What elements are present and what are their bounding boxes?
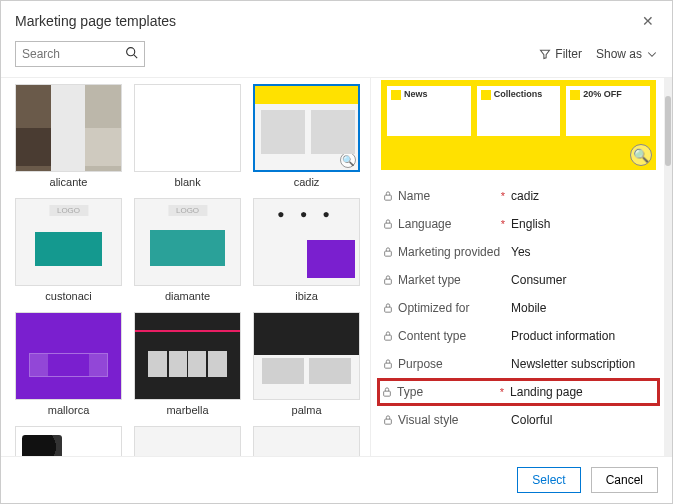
select-button[interactable]: Select (517, 467, 580, 493)
required-indicator: * (500, 386, 504, 398)
property-value: Consumer (511, 273, 654, 287)
template-label: blank (174, 176, 200, 188)
lock-icon (383, 414, 393, 426)
show-as-button[interactable]: Show as (596, 47, 658, 61)
template-thumb (134, 84, 241, 172)
details-panel: News Collections 20% OFF 🔍 Name*cadizLan… (370, 78, 672, 456)
template-card-mallorca[interactable]: mallorca (15, 312, 122, 416)
template-label: palma (292, 404, 322, 416)
scrollbar[interactable] (664, 78, 672, 456)
magnify-icon[interactable]: 🔍 (340, 152, 356, 168)
template-card-blank[interactable]: blank (134, 84, 241, 188)
property-row: Content typeProduct information (379, 322, 658, 350)
property-label: Market type (383, 273, 511, 287)
dialog-body: alicante blank 🔍 cadiz LOG (1, 77, 672, 456)
svg-line-1 (134, 55, 137, 58)
lock-icon (382, 386, 392, 398)
template-card-alicante[interactable]: alicante (15, 84, 122, 188)
property-label: Marketing provided (383, 245, 511, 259)
filter-icon (539, 48, 551, 60)
template-label: diamante (165, 290, 210, 302)
template-thumb (253, 312, 360, 400)
cancel-button[interactable]: Cancel (591, 467, 658, 493)
template-card-more[interactable] (253, 426, 360, 456)
template-card-palma[interactable]: palma (253, 312, 360, 416)
property-value: Newsletter subscription (511, 357, 654, 371)
template-picker-dialog: Marketing page templates ✕ Filter Show a… (0, 0, 673, 504)
dialog-header: Marketing page templates ✕ (1, 1, 672, 37)
property-row: Name*cadiz (379, 182, 658, 210)
lock-icon (383, 302, 393, 314)
template-grid: alicante blank 🔍 cadiz LOG (15, 84, 360, 456)
template-card-more[interactable] (134, 426, 241, 456)
dialog-footer: Select Cancel (1, 456, 672, 503)
template-preview: News Collections 20% OFF 🔍 (381, 80, 656, 170)
lock-icon (383, 218, 393, 230)
property-value: Product information (511, 329, 654, 343)
template-thumb (15, 84, 122, 172)
template-card-cadiz[interactable]: 🔍 cadiz (253, 84, 360, 188)
property-label: Type* (382, 385, 510, 399)
lock-icon (383, 330, 393, 342)
gallery-scroll[interactable]: alicante blank 🔍 cadiz LOG (1, 78, 364, 456)
svg-point-0 (127, 48, 135, 56)
template-card-custonaci[interactable]: LOGO custonaci (15, 198, 122, 302)
property-row: Optimized forMobile (379, 294, 658, 322)
search-box[interactable] (15, 41, 145, 67)
property-value: Mobile (511, 301, 654, 315)
template-thumb (134, 426, 241, 456)
template-card-diamante[interactable]: LOGO diamante (134, 198, 241, 302)
template-thumb (15, 426, 122, 456)
toolbar: Filter Show as (1, 37, 672, 77)
svg-rect-9 (384, 391, 391, 396)
logo-placeholder: LOGO (49, 205, 88, 216)
chevron-down-icon (646, 48, 658, 60)
template-thumb (253, 426, 360, 456)
preview-cards: News Collections 20% OFF (387, 86, 650, 136)
details-scroll[interactable]: News Collections 20% OFF 🔍 Name*cadizLan… (371, 78, 664, 456)
property-label: Visual style (383, 413, 511, 427)
template-card-ibiza[interactable]: ● ● ● ibiza (253, 198, 360, 302)
filter-label: Filter (555, 47, 582, 61)
property-label: Language* (383, 217, 511, 231)
property-label: Optimized for (383, 301, 511, 315)
svg-rect-3 (385, 223, 392, 228)
preview-card: 20% OFF (566, 86, 650, 136)
template-label: mallorca (48, 404, 90, 416)
show-as-label: Show as (596, 47, 642, 61)
search-input[interactable] (22, 47, 125, 61)
property-value: cadiz (511, 189, 654, 203)
svg-rect-10 (385, 419, 392, 424)
search-icon[interactable] (125, 46, 138, 62)
lock-icon (383, 358, 393, 370)
template-card-more[interactable] (15, 426, 122, 456)
dots-icon: ● ● ● (254, 207, 359, 221)
magnify-icon[interactable]: 🔍 (630, 144, 652, 166)
template-label: marbella (166, 404, 208, 416)
template-card-marbella[interactable]: marbella (134, 312, 241, 416)
svg-rect-5 (385, 279, 392, 284)
required-indicator: * (501, 218, 505, 230)
property-label: Purpose (383, 357, 511, 371)
template-gallery: alicante blank 🔍 cadiz LOG (1, 78, 370, 456)
svg-rect-2 (385, 195, 392, 200)
lock-icon (383, 274, 393, 286)
svg-rect-4 (385, 251, 392, 256)
close-icon[interactable]: ✕ (638, 9, 658, 33)
svg-rect-7 (385, 335, 392, 340)
template-thumb: 🔍 (253, 84, 360, 172)
svg-rect-6 (385, 307, 392, 312)
preview-text-lines (387, 148, 650, 162)
preview-card-label: Collections (494, 89, 543, 99)
property-list: Name*cadizLanguage*EnglishMarketing prov… (379, 182, 658, 434)
template-label: alicante (50, 176, 88, 188)
property-value: English (511, 217, 654, 231)
preview-card-label: 20% OFF (583, 89, 622, 99)
template-thumb (15, 312, 122, 400)
template-thumb: LOGO (15, 198, 122, 286)
filter-button[interactable]: Filter (539, 47, 582, 61)
template-label: ibiza (295, 290, 318, 302)
property-row: Visual styleColorful (379, 406, 658, 434)
property-value: Yes (511, 245, 654, 259)
required-indicator: * (501, 190, 505, 202)
